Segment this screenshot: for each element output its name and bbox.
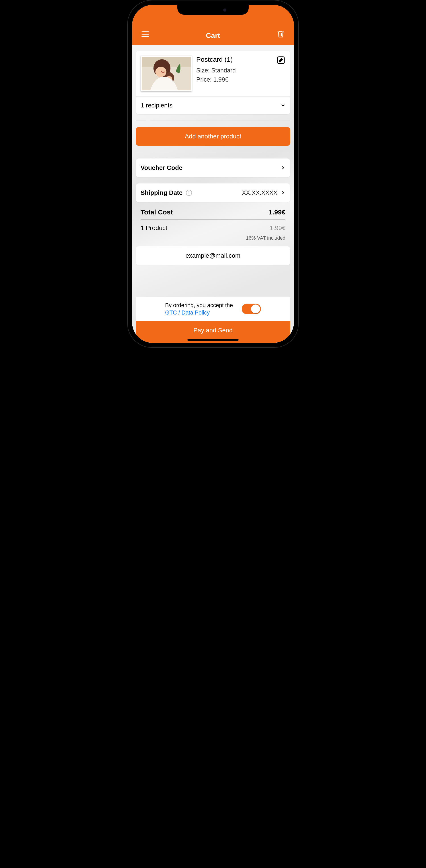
add-product-button[interactable]: Add another product <box>136 127 290 146</box>
total-cost-value: 1.99€ <box>269 209 286 216</box>
shipping-date-value: XX.XX.XXXX <box>242 189 277 196</box>
product-price: Price: 1.99€ <box>196 75 286 84</box>
page-title: Cart <box>151 31 275 40</box>
shipping-date-row[interactable]: Shipping Date XX.XX.XXXX <box>136 183 290 202</box>
info-icon <box>186 189 192 196</box>
product-thumbnail[interactable] <box>140 56 192 91</box>
chevron-right-icon <box>281 190 286 195</box>
vat-note: 16% VAT included <box>140 234 286 246</box>
totals-section: Total Cost 1.99€ 1 Product 1.99€ 16% VAT… <box>136 202 290 246</box>
content: Postcard (1) Size: Standard Price: 1.99€… <box>132 45 294 343</box>
recipients-row[interactable]: 1 recipients <box>136 96 290 114</box>
total-cost-label: Total Cost <box>140 209 173 216</box>
shipping-date-label: Shipping Date <box>140 189 183 196</box>
email-value: example@mail.com <box>186 252 240 259</box>
divider <box>136 121 290 121</box>
delete-button[interactable] <box>275 29 286 40</box>
accept-toggle[interactable] <box>242 304 261 314</box>
svg-point-3 <box>155 67 166 77</box>
email-row[interactable]: example@mail.com <box>136 246 290 265</box>
hamburger-icon <box>141 30 150 38</box>
line-item-label: 1 Product <box>140 224 167 231</box>
chevron-down-icon <box>281 103 286 108</box>
recipients-label: 1 recipients <box>140 102 172 109</box>
voucher-label: Voucher Code <box>140 164 183 172</box>
product-size: Size: Standard <box>196 66 286 75</box>
chevron-right-icon <box>281 165 286 170</box>
line-item-value: 1.99€ <box>270 224 286 231</box>
edit-product-button[interactable] <box>276 56 286 65</box>
accept-bar: By ordering, you accept the GTC / Data P… <box>136 297 290 321</box>
product-title: Postcard (1) <box>196 56 286 63</box>
accept-text: By ordering, you accept the GTC / Data P… <box>165 302 236 317</box>
trash-icon <box>276 30 285 38</box>
voucher-row[interactable]: Voucher Code <box>136 158 290 177</box>
edit-icon <box>276 56 286 65</box>
cart-item-card: Postcard (1) Size: Standard Price: 1.99€… <box>136 51 290 114</box>
toggle-knob <box>251 305 260 313</box>
divider <box>136 152 290 152</box>
gtc-link[interactable]: GTC / Data Policy <box>165 309 210 316</box>
footer: By ordering, you accept the GTC / Data P… <box>136 297 290 343</box>
svg-point-8 <box>189 191 189 192</box>
menu-button[interactable] <box>140 29 151 40</box>
svg-rect-9 <box>189 192 189 194</box>
